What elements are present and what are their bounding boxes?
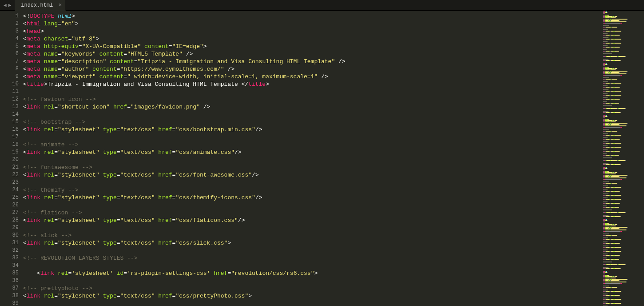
tabs: index.html ×: [15, 0, 66, 11]
editor: 1234567891011121314151617181920212223242…: [0, 11, 644, 306]
code-line[interactable]: <html lang="en">: [23, 20, 602, 28]
minimap[interactable]: [602, 11, 644, 306]
code-line[interactable]: <!-- slick -->: [23, 232, 602, 239]
line-number: 9: [0, 73, 19, 81]
code-line[interactable]: <!-- REVOLUTION LAYERS STYLES -->: [23, 254, 602, 262]
line-number: 29: [0, 224, 19, 232]
line-number: 17: [0, 133, 19, 141]
code-line[interactable]: <link rel="stylesheet" type="text/css" h…: [23, 239, 602, 247]
line-number: 28: [0, 217, 19, 224]
code-line[interactable]: <link rel="shortcut icon" href="images/f…: [23, 103, 602, 111]
line-number: 3: [0, 28, 19, 35]
line-number: 36: [0, 277, 19, 285]
line-number: 33: [0, 254, 19, 262]
line-number: 32: [0, 247, 19, 254]
code-line[interactable]: <title>Tripzia - Immigration and Visa Co…: [23, 81, 602, 88]
code-line[interactable]: <!-- favicon icon -->: [23, 96, 602, 103]
code-line[interactable]: <link rel="stylesheet" type="text/css" h…: [23, 194, 602, 201]
nav-forward-icon[interactable]: ▶: [8, 2, 12, 8]
code-line[interactable]: <link rel="stylesheet" type="text/css" h…: [23, 292, 602, 300]
code-line[interactable]: <!-- animate -->: [23, 141, 602, 149]
code-line[interactable]: [23, 224, 602, 232]
code-line[interactable]: [23, 111, 602, 118]
line-number: 23: [0, 179, 19, 186]
code-line[interactable]: <!-- prettyphoto -->: [23, 285, 602, 292]
tab-index-html[interactable]: index.html ×: [15, 0, 66, 11]
line-number: 7: [0, 58, 19, 65]
code-line[interactable]: [23, 88, 602, 96]
code-line[interactable]: <meta name="viewport" content=" width=de…: [23, 73, 602, 81]
code-line[interactable]: [23, 156, 602, 164]
line-number: 16: [0, 126, 19, 133]
line-number: 6: [0, 50, 19, 58]
code-line[interactable]: <meta charset="utf-8">: [23, 35, 602, 43]
line-number: 10: [0, 81, 19, 88]
code-line[interactable]: [23, 179, 602, 186]
code-line[interactable]: <!-- flaticon -->: [23, 209, 602, 217]
line-number: 12: [0, 96, 19, 103]
line-number: 1: [0, 12, 19, 20]
code-line[interactable]: <link rel="stylesheet" type="text/css" h…: [23, 171, 602, 179]
code-area[interactable]: <!DOCTYPE html><html lang="en"><head><me…: [23, 11, 602, 306]
code-line[interactable]: <link rel='stylesheet' id='rs-plugin-set…: [23, 270, 602, 277]
line-number: 24: [0, 186, 19, 194]
line-number: 22: [0, 171, 19, 179]
code-line[interactable]: <meta name="keywords" content="HTML5 Tem…: [23, 50, 602, 58]
code-line[interactable]: [23, 300, 602, 306]
code-line[interactable]: <link rel="stylesheet" type="text/css" h…: [23, 217, 602, 224]
code-line[interactable]: <meta name="author" content="https://www…: [23, 65, 602, 73]
line-number: 13: [0, 103, 19, 111]
line-number: 14: [0, 111, 19, 118]
line-number: 38: [0, 292, 19, 300]
line-number: 19: [0, 149, 19, 156]
code-line[interactable]: <meta http-equiv="X-UA-Compatible" conte…: [23, 43, 602, 50]
line-number: 34: [0, 262, 19, 270]
code-line[interactable]: [23, 277, 602, 285]
code-line[interactable]: [23, 262, 602, 270]
code-line[interactable]: <!-- fontawesome -->: [23, 164, 602, 171]
line-number: 21: [0, 164, 19, 171]
line-number: 35: [0, 270, 19, 277]
code-line[interactable]: <link rel="stylesheet" type="text/css" h…: [23, 149, 602, 156]
code-line[interactable]: <!DOCTYPE html>: [23, 12, 602, 20]
code-line[interactable]: <!-- bootstrap -->: [23, 118, 602, 126]
close-icon[interactable]: ×: [58, 2, 62, 8]
code-line[interactable]: [23, 247, 602, 254]
line-number: 20: [0, 156, 19, 164]
line-number: 11: [0, 88, 19, 96]
line-number: 37: [0, 285, 19, 292]
line-number: 27: [0, 209, 19, 217]
code-line[interactable]: [23, 201, 602, 209]
line-number: 8: [0, 65, 19, 73]
tab-title: index.html: [21, 2, 53, 8]
nav-back-icon[interactable]: ◀: [4, 2, 7, 8]
line-number: 31: [0, 239, 19, 247]
code-line[interactable]: [23, 133, 602, 141]
line-number: 5: [0, 43, 19, 50]
code-line[interactable]: <meta name="description" content="Tripzi…: [23, 58, 602, 65]
line-number: 25: [0, 194, 19, 201]
line-number: 39: [0, 300, 19, 306]
line-number: 30: [0, 232, 19, 239]
line-number: 18: [0, 141, 19, 149]
line-number: 4: [0, 35, 19, 43]
line-number-gutter: 1234567891011121314151617181920212223242…: [0, 11, 23, 306]
line-number: 26: [0, 201, 19, 209]
code-line[interactable]: <!-- themify -->: [23, 186, 602, 194]
toolbar: ◀ ▶ index.html ×: [0, 0, 644, 11]
nav-arrows: ◀ ▶: [0, 2, 15, 8]
line-number: 15: [0, 118, 19, 126]
line-number: 2: [0, 20, 19, 28]
code-line[interactable]: <link rel="stylesheet" type="text/css" h…: [23, 126, 602, 133]
code-line[interactable]: <head>: [23, 28, 602, 35]
